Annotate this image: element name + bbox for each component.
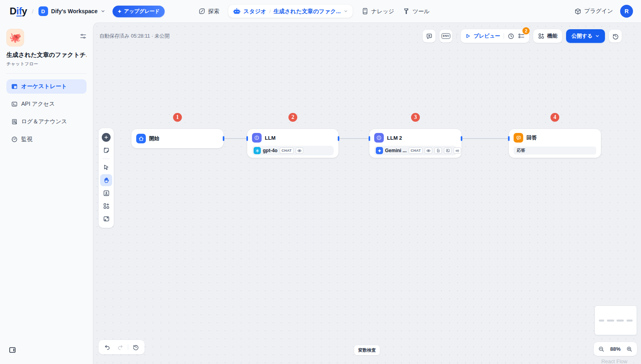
version-history-button[interactable] <box>609 30 622 42</box>
dify-logo[interactable]: Dify <box>10 6 27 17</box>
answer-node-icon <box>514 133 523 143</box>
publish-button[interactable]: 公開する <box>566 29 605 43</box>
eye-icon <box>297 149 302 153</box>
answer-output-label: 応答 <box>517 148 525 153</box>
start-node-icon <box>136 134 146 143</box>
export-image-button[interactable] <box>100 187 112 199</box>
output-handle[interactable] <box>223 136 224 141</box>
node-llm[interactable]: 2 LLM gpt-4o CHAT <box>247 129 339 158</box>
add-note-button[interactable] <box>100 144 112 156</box>
terminal-icon <box>11 101 18 107</box>
organize-blocks-button[interactable] <box>100 200 112 212</box>
edge-llm2-to-answer[interactable] <box>462 138 509 139</box>
minimap[interactable] <box>595 306 637 335</box>
preview-button[interactable]: プレビュー <box>465 32 500 40</box>
nav-tools[interactable]: ツール <box>403 8 430 15</box>
app-emoji: 🐙 <box>9 32 21 43</box>
redo-icon <box>117 344 123 350</box>
app-type-label: チャットフロー <box>6 61 87 67</box>
sidebar-divider <box>6 73 87 74</box>
history-clock-icon <box>133 344 139 350</box>
collapse-sidebar-icon[interactable] <box>9 346 16 354</box>
node-title: LLM <box>265 135 276 141</box>
model-name: Gemini ... <box>385 148 407 153</box>
zoom-out-button[interactable] <box>598 346 605 352</box>
workspace-selector[interactable]: D Dify's Workspace <box>38 6 106 16</box>
edge-llm-to-llm2[interactable] <box>339 138 369 139</box>
features-label: 機能 <box>547 32 557 40</box>
main-nav: 探索 スタジオ / 生成された文章のファク... ナレッジ ツール <box>199 5 430 18</box>
zoom-in-icon <box>626 346 633 352</box>
input-handle[interactable] <box>508 136 510 141</box>
input-handle[interactable] <box>369 136 370 141</box>
model-name: gpt-4o <box>263 148 278 153</box>
sidebar-item-orchestrate[interactable]: オーケストレート <box>6 79 87 94</box>
nav-explore[interactable]: 探索 <box>199 8 220 15</box>
zoom-control: 88% <box>594 342 637 356</box>
toolbar-divider <box>103 159 110 159</box>
node-start[interactable]: 1 開始 <box>131 129 224 148</box>
clock-icon <box>508 33 514 40</box>
output-handle[interactable] <box>338 136 339 141</box>
log-document-icon <box>11 119 18 125</box>
zoom-in-button[interactable] <box>626 346 633 352</box>
pointer-mode-button[interactable] <box>100 161 112 173</box>
env-icon: ENV <box>441 33 450 39</box>
sidebar-item-label: ログ＆アナウンス <box>21 118 67 125</box>
chevron-down-icon <box>101 9 105 14</box>
user-avatar[interactable]: R <box>620 5 633 18</box>
nav-tools-label: ツール <box>413 8 430 15</box>
hand-mode-button[interactable] <box>100 174 112 186</box>
tools-icon <box>403 8 410 15</box>
waveform-icon <box>455 149 460 153</box>
llm-icon <box>254 135 260 141</box>
input-handle[interactable] <box>246 136 248 141</box>
zoom-level[interactable]: 88% <box>608 346 623 352</box>
node-llm-2[interactable]: 3 LLM 2 Gemini ... CHAT <box>369 129 462 158</box>
checklist-count-badge: 2 <box>522 27 530 34</box>
maximize-canvas-button[interactable] <box>100 213 112 225</box>
checklist-button[interactable]: 2 <box>518 33 525 40</box>
file-icon <box>436 149 440 153</box>
chat-variables-button[interactable] <box>423 30 435 42</box>
undo-button[interactable] <box>101 341 114 353</box>
maximize-icon <box>103 215 110 222</box>
nav-plugins[interactable]: プラグイン <box>574 8 613 15</box>
edge-start-to-llm[interactable] <box>224 138 247 139</box>
features-button[interactable]: 機能 <box>533 29 562 43</box>
run-history-button[interactable] <box>508 33 514 40</box>
change-history-button[interactable] <box>129 341 142 353</box>
answer-output-row: 応答 <box>514 147 596 155</box>
minimap-node <box>627 320 633 322</box>
add-node-button[interactable] <box>100 131 112 143</box>
output-handle[interactable] <box>461 136 462 141</box>
sidebar-item-api-access[interactable]: API アクセス <box>6 97 87 111</box>
workflow-canvas[interactable]: 自動保存済み 05:28:11 · 未公開 ENV プレビュー <box>93 22 641 364</box>
hand-icon <box>103 177 110 184</box>
features-icon <box>538 33 544 39</box>
canvas-toolbar: ENV プレビュー 2 機能 <box>423 29 622 43</box>
eye-icon <box>426 149 431 153</box>
redo-button[interactable] <box>114 341 127 353</box>
crumb-separator: / <box>269 8 271 14</box>
model-selector[interactable]: Gemini ... CHAT <box>374 146 457 155</box>
minimap-node <box>607 320 614 322</box>
sidebar-item-label: オーケストレート <box>21 83 67 90</box>
app-icon[interactable]: 🐙 <box>6 29 24 46</box>
robot-icon <box>233 8 241 15</box>
nav-studio-pill[interactable]: スタジオ / 生成された文章のファク... <box>228 5 353 18</box>
node-answer[interactable]: 4 回答 応答 <box>509 129 601 158</box>
pointer-icon <box>103 164 109 171</box>
app-settings-icon[interactable] <box>80 33 87 40</box>
model-selector[interactable]: gpt-4o CHAT <box>252 146 334 155</box>
app-breadcrumb: 生成された文章のファク... <box>274 8 341 15</box>
variable-inspector-tab[interactable]: 変数検査 <box>354 345 380 355</box>
nav-knowledge[interactable]: ナレッジ <box>361 8 394 15</box>
export-image-icon <box>103 190 110 197</box>
upgrade-button[interactable]: アップグレード <box>113 6 164 17</box>
sidebar-item-logs[interactable]: ログ＆アナウンス <box>6 115 87 129</box>
knowledge-icon <box>361 8 368 15</box>
sidebar-item-monitoring[interactable]: 監視 <box>6 132 87 147</box>
answer-bubble-check-icon <box>516 135 521 141</box>
env-variables-button[interactable]: ENV <box>439 30 452 42</box>
